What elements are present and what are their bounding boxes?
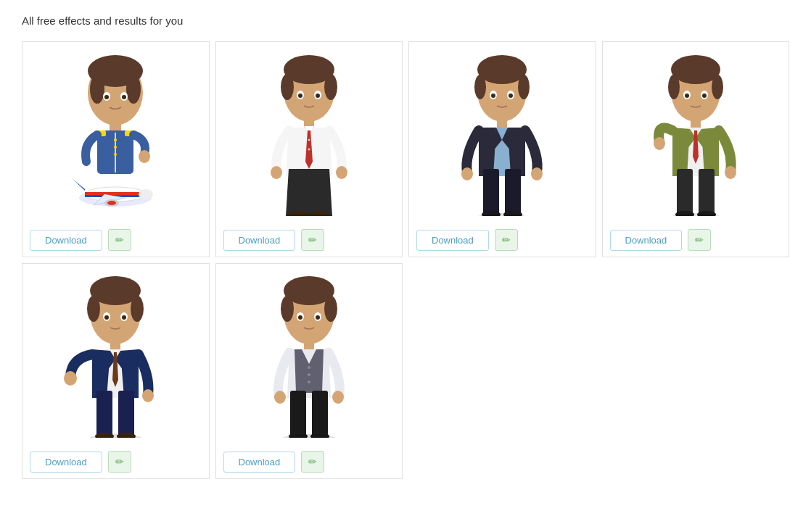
card-1: Download ✏ — [22, 41, 210, 257]
svg-point-100 — [308, 373, 310, 376]
edit-button-3[interactable]: ✏ — [495, 229, 518, 251]
svg-point-27 — [324, 74, 337, 100]
edit-button-2[interactable]: ✏ — [301, 229, 324, 251]
svg-point-6 — [104, 95, 109, 99]
edit-button-5[interactable]: ✏ — [108, 451, 131, 473]
svg-point-30 — [298, 93, 302, 98]
svg-point-97 — [316, 315, 320, 320]
svg-point-69 — [654, 137, 665, 150]
svg-rect-83 — [96, 391, 112, 438]
download-button-3[interactable]: Download — [416, 230, 489, 251]
svg-rect-19 — [85, 192, 146, 195]
svg-point-86 — [142, 389, 154, 402]
svg-rect-84 — [118, 391, 134, 438]
svg-point-96 — [298, 315, 302, 320]
svg-point-81 — [122, 315, 126, 320]
empty-slot-2 — [602, 263, 790, 479]
svg-point-31 — [316, 93, 320, 98]
download-button-5[interactable]: Download — [30, 452, 102, 473]
svg-point-13 — [114, 153, 117, 156]
svg-point-45 — [518, 75, 530, 99]
svg-point-49 — [509, 93, 513, 98]
svg-point-3 — [126, 75, 141, 104]
svg-point-37 — [271, 166, 282, 179]
download-button-1[interactable]: Download — [30, 230, 102, 251]
card-actions-2: Download ✏ — [216, 223, 403, 257]
svg-point-104 — [274, 391, 286, 404]
download-button-4[interactable]: Download — [610, 230, 683, 251]
card-2: Download ✏ — [215, 41, 403, 257]
svg-rect-50 — [497, 119, 507, 129]
card-image-4 — [603, 42, 789, 223]
svg-point-48 — [491, 93, 495, 98]
card-image-1 — [22, 42, 209, 223]
svg-point-11 — [114, 138, 117, 141]
empty-slot-1 — [408, 263, 596, 479]
svg-rect-67 — [677, 169, 693, 216]
svg-point-53 — [461, 167, 473, 180]
card-3: Download ✏ — [408, 41, 596, 257]
card-5: Download ✏ — [22, 263, 210, 479]
svg-rect-66 — [691, 119, 701, 129]
card-image-3 — [409, 42, 596, 223]
download-button-2[interactable]: Download — [223, 230, 296, 251]
svg-point-33 — [308, 139, 310, 141]
svg-point-105 — [332, 391, 344, 404]
svg-point-38 — [336, 166, 347, 179]
svg-point-80 — [104, 315, 109, 320]
card-image-2 — [216, 42, 403, 223]
svg-point-44 — [474, 75, 486, 99]
card-actions-3: Download ✏ — [409, 223, 596, 257]
svg-rect-68 — [699, 169, 715, 216]
card-actions-5: Download ✏ — [22, 445, 209, 478]
svg-point-54 — [531, 167, 543, 180]
svg-point-60 — [668, 75, 680, 99]
svg-point-34 — [308, 149, 310, 151]
svg-point-92 — [281, 296, 294, 322]
svg-point-64 — [685, 93, 689, 98]
svg-point-12 — [114, 146, 117, 149]
svg-point-61 — [712, 75, 723, 99]
svg-point-77 — [131, 296, 144, 322]
download-button-6[interactable]: Download — [223, 452, 296, 473]
card-actions-6: Download ✏ — [216, 445, 403, 478]
edit-button-6[interactable]: ✏ — [301, 451, 324, 473]
svg-rect-36 — [311, 169, 327, 216]
svg-rect-51 — [483, 169, 499, 216]
svg-point-7 — [122, 95, 126, 99]
svg-rect-52 — [505, 169, 521, 216]
svg-rect-102 — [290, 391, 306, 438]
svg-point-99 — [308, 366, 310, 369]
page-title: All free effects and results for you — [22, 14, 789, 27]
card-actions-4: Download ✏ — [603, 223, 789, 257]
edit-button-4[interactable]: ✏ — [688, 229, 711, 251]
card-grid-row2: Download ✏ — [22, 263, 789, 479]
card-image-6 — [216, 264, 403, 445]
card-grid-row1: Download ✏ — [22, 41, 789, 257]
svg-point-76 — [87, 296, 100, 322]
svg-point-93 — [324, 296, 337, 322]
svg-point-21 — [139, 189, 153, 199]
svg-point-85 — [64, 371, 77, 386]
svg-point-65 — [702, 93, 707, 98]
svg-rect-35 — [291, 169, 307, 216]
svg-point-23 — [107, 201, 116, 205]
card-4: Download ✏ — [602, 41, 790, 257]
svg-point-70 — [725, 166, 736, 179]
svg-point-2 — [90, 75, 104, 104]
svg-rect-103 — [312, 391, 328, 438]
edit-button-1[interactable]: ✏ — [108, 229, 131, 251]
svg-point-16 — [139, 150, 150, 163]
card-image-5 — [22, 264, 209, 445]
card-actions-1: Download ✏ — [22, 223, 209, 257]
card-6: Download ✏ — [215, 263, 403, 479]
svg-point-26 — [281, 74, 294, 100]
svg-point-101 — [308, 381, 310, 383]
